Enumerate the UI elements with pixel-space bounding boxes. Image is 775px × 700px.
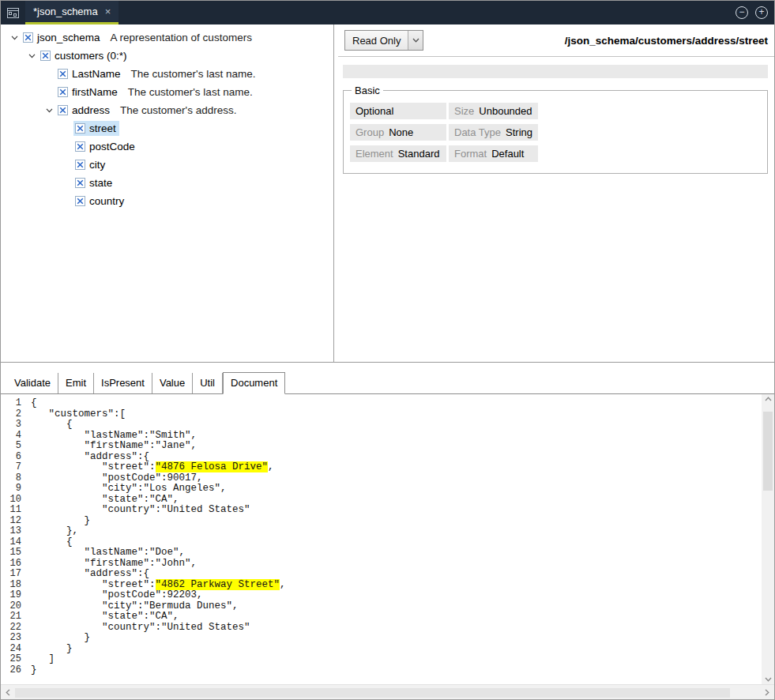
- code-segment: {: [31, 419, 73, 430]
- line-number: 13: [1, 526, 21, 537]
- app-window: { "titlebar": { "tab_label": "*json_sche…: [0, 0, 775, 700]
- property-chip-standard: ElementStandard: [350, 145, 446, 162]
- code-line: "city":"Los Angeles",: [31, 484, 762, 495]
- line-number: 1: [1, 398, 21, 409]
- line-number: 9: [1, 484, 21, 495]
- code-segment: }: [31, 643, 73, 654]
- section-bar: [343, 65, 768, 78]
- line-number: 22: [1, 623, 21, 634]
- tab-ispresent[interactable]: IsPresent: [94, 373, 152, 393]
- chevron-down-icon[interactable]: [7, 36, 21, 40]
- property-chip-unbounded: SizeUnbounded: [449, 103, 538, 119]
- element-icon: [75, 123, 85, 134]
- schema-tree[interactable]: json_schemaA representation of customers…: [1, 24, 334, 362]
- code-line: "street":"4876 Felosa Drive",: [31, 462, 762, 473]
- tree-item-lastname[interactable]: LastNameThe customer's last name.: [1, 65, 333, 83]
- tree-item-label: firstName: [72, 86, 118, 98]
- code-line: {: [31, 398, 762, 409]
- basic-group-legend: Basic: [352, 85, 383, 96]
- chevron-down-icon[interactable]: [408, 31, 423, 50]
- element-icon: [23, 32, 33, 43]
- scroll-down-icon[interactable]: [762, 677, 774, 682]
- code-segment: }: [31, 632, 90, 643]
- line-numbers: 1234567891011121314151617181920212223242…: [1, 394, 28, 684]
- line-number: 18: [1, 580, 21, 591]
- tree-item-customers-0[interactable]: customers (0:*): [1, 47, 333, 65]
- tree-item-firstname[interactable]: firstNameThe customer's last name.: [1, 83, 333, 101]
- code-line: {: [31, 420, 762, 431]
- chevron-down-icon[interactable]: [42, 108, 56, 113]
- line-number: 19: [1, 590, 21, 601]
- tree-node: postCode: [73, 139, 138, 154]
- element-icon: [58, 87, 68, 97]
- tab-close-icon[interactable]: ×: [105, 6, 111, 17]
- tree-node: city: [73, 157, 108, 172]
- tab-document[interactable]: Document: [223, 372, 285, 394]
- tree-item-label: city: [89, 159, 105, 171]
- tree-item-label: country: [89, 195, 124, 207]
- tree-item-label: address: [72, 104, 110, 116]
- property-chip-default: FormatDefault: [449, 145, 538, 162]
- tree-item-street[interactable]: street: [1, 119, 333, 137]
- code-segment: "state":"CA",: [31, 611, 179, 622]
- scroll-left-icon[interactable]: [6, 689, 10, 696]
- scroll-up-icon[interactable]: [762, 397, 774, 401]
- line-number: 3: [1, 420, 21, 431]
- bottom-panel: ValidateEmitIsPresentValueUtilDocument 1…: [1, 363, 774, 700]
- code-line: ]: [31, 654, 762, 665]
- element-icon: [58, 105, 68, 115]
- tree-item-label: state: [89, 177, 112, 189]
- tab-emit[interactable]: Emit: [58, 373, 94, 393]
- code-segment: "country":"United States": [31, 504, 250, 515]
- code-line: "postCode":90017,: [31, 473, 762, 484]
- collapse-all-icon[interactable]: −: [735, 6, 748, 19]
- property-label: Group: [356, 126, 384, 138]
- code-segment: }: [31, 515, 90, 526]
- code-segment: "city":"Los Angeles",: [31, 483, 227, 494]
- tree-node: firstName: [56, 85, 121, 100]
- code-segment: "state":"CA",: [31, 494, 179, 505]
- code-line: "customers":[: [31, 409, 762, 420]
- editor-tab-json-schema[interactable]: *json_schema ×: [25, 1, 119, 24]
- horizontal-scroll-thumb[interactable]: [15, 688, 730, 698]
- line-number: 20: [1, 601, 21, 612]
- code-lines[interactable]: { "customers":[ { "lastName":"Smith", "f…: [28, 394, 762, 684]
- code-line: "country":"United States": [31, 505, 762, 516]
- line-number: 21: [1, 612, 21, 623]
- expand-all-icon[interactable]: +: [755, 6, 768, 19]
- schema-editor-icon: [7, 8, 19, 18]
- horizontal-scrollbar[interactable]: [1, 684, 774, 700]
- tree-item-state[interactable]: state: [1, 174, 333, 192]
- code-line: },: [31, 526, 762, 537]
- highlighted-code-segment: "4876 Felosa Drive": [156, 461, 269, 472]
- tab-util[interactable]: Util: [193, 373, 223, 393]
- tree-item-address[interactable]: addressThe customer's address.: [1, 101, 333, 119]
- code-line: }: [31, 644, 762, 655]
- property-value: Standard: [398, 148, 440, 160]
- vertical-scroll-thumb[interactable]: [763, 412, 773, 491]
- tab-value[interactable]: Value: [152, 373, 193, 393]
- tree-item-country[interactable]: country: [1, 192, 333, 210]
- code-segment: ,: [268, 461, 274, 472]
- tree-item-city[interactable]: city: [1, 156, 333, 174]
- tree-item-postcode[interactable]: postCode: [1, 137, 333, 156]
- code-segment: "postCode":90017,: [31, 472, 203, 484]
- scroll-right-icon[interactable]: [765, 689, 769, 696]
- document-editor[interactable]: 1234567891011121314151617181920212223242…: [1, 394, 774, 684]
- chevron-down-icon[interactable]: [24, 54, 39, 58]
- code-line: "firstName":"John",: [31, 559, 762, 570]
- tree-item-json-schema[interactable]: json_schemaA representation of customers: [1, 28, 333, 47]
- code-line: }: [31, 516, 762, 527]
- line-number: 12: [1, 516, 21, 527]
- tree-node: json_schema: [21, 30, 103, 45]
- code-segment: "country":"United States": [31, 622, 250, 633]
- element-icon: [40, 51, 51, 61]
- property-chip-optional: Optional: [350, 103, 446, 119]
- property-label: Element: [356, 148, 393, 160]
- element-icon: [75, 160, 85, 170]
- vertical-scrollbar[interactable]: [762, 394, 774, 684]
- code-line: {: [31, 537, 762, 548]
- code-segment: "street":: [31, 461, 156, 472]
- mode-select[interactable]: Read Only: [344, 30, 423, 51]
- tab-validate[interactable]: Validate: [7, 373, 58, 393]
